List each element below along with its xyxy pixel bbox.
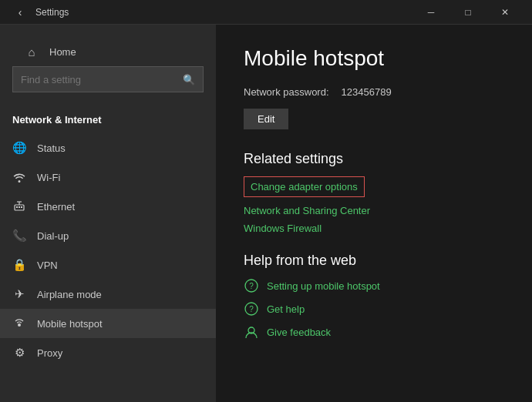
back-button[interactable]: ‹ (9, 2, 31, 23)
get-help-row: ? Get help (244, 301, 504, 317)
vpn-icon: 🔒 (12, 258, 26, 272)
svg-rect-2 (19, 206, 20, 208)
sidebar-item-wifi[interactable]: Wi-Fi (0, 162, 216, 192)
sidebar-item-label: VPN (37, 260, 58, 271)
sidebar-item-airplane[interactable]: ✈ Airplane mode (0, 280, 216, 309)
wifi-icon (12, 170, 26, 184)
app-body: ⌂ Home 🔍 Network & Internet 🌐 Status Wi-… (0, 25, 532, 402)
sidebar-item-vpn[interactable]: 🔒 VPN (0, 250, 216, 280)
search-input[interactable] (21, 74, 183, 85)
sidebar-header: ⌂ Home 🔍 (0, 25, 216, 108)
maximize-button[interactable]: □ (450, 0, 486, 25)
edit-button[interactable]: Edit (244, 109, 288, 129)
title-bar: ‹ Settings ─ □ ✕ (0, 0, 532, 25)
sidebar-item-label: Wi-Fi (37, 172, 60, 183)
firewall-link[interactable]: Windows Firewall (244, 223, 504, 234)
window-controls: ─ □ ✕ (413, 0, 523, 25)
ethernet-icon (12, 199, 26, 213)
setup-hotspot-row: ? Setting up mobile hotspot (244, 278, 504, 293)
svg-rect-3 (21, 206, 22, 208)
password-value: 123456789 (342, 86, 392, 98)
sidebar-item-label: Ethernet (37, 201, 75, 213)
sidebar: ⌂ Home 🔍 Network & Internet 🌐 Status Wi-… (0, 25, 216, 402)
home-icon: ⌂ (25, 45, 39, 59)
change-adapter-link[interactable]: Change adapter options (244, 176, 365, 197)
sidebar-item-label: Home (49, 46, 76, 58)
related-settings-title: Related settings (244, 151, 504, 167)
content-area: Mobile hotspot Network password: 1234567… (216, 25, 532, 402)
search-icon: 🔍 (183, 74, 195, 85)
sidebar-item-label: Airplane mode (37, 289, 102, 300)
sidebar-item-proxy[interactable]: ⚙ Proxy (0, 338, 216, 367)
close-button[interactable]: ✕ (487, 0, 523, 25)
sidebar-item-status[interactable]: 🌐 Status (0, 133, 216, 162)
feedback-link[interactable]: Give feedback (267, 327, 331, 338)
feedback-icon (244, 324, 259, 340)
dialup-icon: 📞 (12, 229, 26, 243)
status-icon: 🌐 (12, 141, 26, 155)
hotspot-icon (12, 317, 26, 330)
sidebar-item-ethernet[interactable]: Ethernet (0, 192, 216, 221)
sidebar-item-label: Proxy (37, 347, 62, 359)
password-label: Network password: (244, 86, 329, 98)
page-title: Mobile hotspot (244, 46, 504, 71)
password-row: Network password: 123456789 (244, 86, 504, 98)
sidebar-item-hotspot[interactable]: Mobile hotspot (0, 309, 216, 338)
get-help-link[interactable]: Get help (267, 303, 305, 315)
title-bar-text: Settings (35, 7, 69, 18)
svg-text:?: ? (249, 282, 254, 290)
sidebar-item-label: Dial-up (37, 230, 69, 242)
related-settings-section: Related settings Change adapter options … (244, 151, 504, 234)
search-box[interactable]: 🔍 (12, 66, 204, 92)
setup-hotspot-icon: ? (244, 278, 259, 293)
airplane-icon: ✈ (12, 287, 26, 301)
help-section: Help from the web ? Setting up mobile ho… (244, 253, 504, 340)
proxy-icon: ⚙ (12, 346, 26, 360)
svg-rect-1 (16, 206, 18, 208)
sidebar-item-home[interactable]: ⌂ Home (12, 37, 204, 66)
minimize-button[interactable]: ─ (413, 0, 449, 25)
svg-point-6 (18, 323, 21, 327)
setup-hotspot-link[interactable]: Setting up mobile hotspot (267, 280, 380, 292)
svg-text:?: ? (249, 305, 254, 313)
get-help-icon: ? (244, 301, 259, 317)
sharing-center-link[interactable]: Network and Sharing Center (244, 205, 504, 216)
sidebar-item-label: Status (37, 142, 66, 154)
sidebar-item-dialup[interactable]: 📞 Dial-up (0, 221, 216, 250)
sidebar-section-label: Network & Internet (0, 108, 216, 133)
help-section-title: Help from the web (244, 253, 504, 269)
sidebar-item-label: Mobile hotspot (37, 318, 103, 330)
feedback-row: Give feedback (244, 324, 504, 340)
